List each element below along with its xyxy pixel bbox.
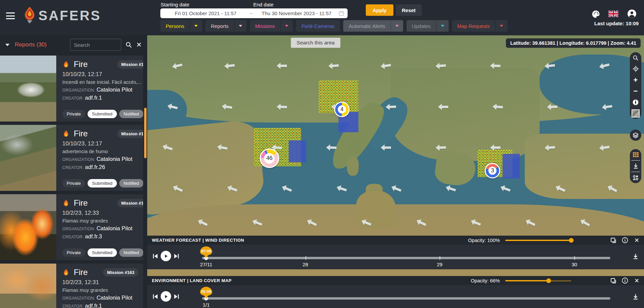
duplicate-layer-icon[interactable] <box>610 278 616 284</box>
sidebar-scrollbar[interactable] <box>144 108 147 158</box>
download-icon[interactable] <box>633 294 639 300</box>
chevron-down-icon[interactable] <box>441 25 444 27</box>
opacity-label: Opacity: 66% <box>471 278 500 283</box>
map-canvas[interactable]: 4463 Search this area Latitude: 39.66138… <box>147 35 644 308</box>
filter-button-updates[interactable]: Updates <box>407 20 449 32</box>
wind-arrow-icon <box>277 63 287 70</box>
filter-label: Field-Cameras <box>296 20 340 32</box>
chevron-down-icon[interactable] <box>194 25 198 27</box>
organization-label: ORGANIZATION: <box>62 296 95 301</box>
date-range-input[interactable]: Fri 01 October 2021 - 11:57 ~ Thu 30 Nov… <box>160 8 348 18</box>
timeline-slider[interactable]: 01:00 1/1 <box>202 297 610 300</box>
playback-controls <box>152 251 180 261</box>
organization-value: Catalonia Pilot <box>97 87 132 93</box>
wind-arrow-icon <box>599 144 610 153</box>
report-cluster-marker[interactable]: 3 <box>485 163 500 178</box>
legend-shapes-icon[interactable] <box>630 172 641 183</box>
play-icon[interactable] <box>161 291 171 302</box>
zoom-in-icon[interactable]: + <box>630 74 641 85</box>
theme-palette-icon[interactable] <box>591 10 600 20</box>
playback-controls <box>152 291 180 302</box>
filter-button-automatic-alerts[interactable]: Automatic Alerts <box>343 20 403 32</box>
status-badge: Submitted <box>88 179 117 187</box>
menu-icon[interactable] <box>6 12 15 19</box>
report-card[interactable]: Fire Mission #163 10/2/23, 12:31 Flamas … <box>0 264 143 308</box>
organization-value: Catalonia Pilot <box>97 225 132 231</box>
map-land <box>525 134 644 199</box>
reset-button[interactable]: Reset <box>396 4 422 16</box>
creator-value: adf.fr.1 <box>85 303 102 308</box>
start-date-value[interactable]: Fri 01 October 2021 - 11:57 <box>164 10 248 16</box>
collapse-chevron-icon[interactable] <box>5 44 9 46</box>
search-this-area-button[interactable]: Search this area <box>291 38 341 48</box>
report-cluster-marker[interactable]: 4 <box>334 102 350 117</box>
opacity-label: Opacity: 100% <box>468 238 500 243</box>
filter-button-map-requests[interactable]: Map Requests <box>452 20 508 32</box>
sidebar-header: Reports (30) ✕ <box>0 35 147 54</box>
wind-arrow-icon <box>492 103 503 111</box>
download-icon[interactable] <box>630 161 641 172</box>
chevron-down-icon[interactable] <box>239 25 242 27</box>
apply-button[interactable]: Apply <box>366 4 393 16</box>
chevron-down-icon[interactable] <box>285 25 288 27</box>
fire-icon <box>62 129 70 138</box>
end-date-value[interactable]: Thu 30 November 2023 - 11:57 <box>255 10 339 16</box>
organization-label: ORGANIZATION: <box>62 227 95 231</box>
info-icon[interactable] <box>622 277 628 284</box>
opacity-slider[interactable] <box>505 278 571 283</box>
time-marker[interactable]: 07:00 <box>200 246 212 255</box>
report-card[interactable]: Fire Mission #165 10/10/23, 12:17 advert… <box>0 125 143 191</box>
wind-arrow-icon <box>221 103 233 112</box>
report-type: Fire <box>74 129 88 138</box>
last-update-text: Last update: 10:09 <box>594 21 639 26</box>
report-card[interactable]: Fire Mission #165 10/10/23, 12:17 Incend… <box>0 56 143 122</box>
filter-button-reports[interactable]: Reports <box>205 20 247 32</box>
info-icon[interactable] <box>622 237 628 243</box>
language-flag-icon[interactable] <box>608 10 618 19</box>
zoom-out-icon[interactable]: − <box>630 85 641 97</box>
account-icon[interactable] <box>627 9 637 20</box>
time-marker[interactable]: 01:00 <box>200 287 212 296</box>
close-icon[interactable]: ✕ <box>135 41 143 49</box>
timeline-slider[interactable]: 07:00 27/11282930 <box>202 257 610 259</box>
data-table-icon[interactable] <box>630 149 641 160</box>
skip-previous-icon[interactable] <box>152 293 159 300</box>
chevron-down-icon[interactable] <box>395 25 399 27</box>
filter-button-field-cameras[interactable]: Field-Cameras <box>296 20 340 32</box>
search-input[interactable] <box>70 39 121 51</box>
close-icon[interactable]: ✕ <box>634 237 639 243</box>
divider <box>190 20 190 32</box>
map-search-icon[interactable] <box>630 52 641 63</box>
flame-logo-icon <box>22 6 37 25</box>
map-land <box>349 139 359 153</box>
download-icon[interactable] <box>633 253 639 260</box>
layers-icon[interactable] <box>630 130 641 141</box>
locate-me-icon[interactable] <box>630 63 641 74</box>
skip-next-icon[interactable] <box>173 253 180 260</box>
filter-label: Reports <box>205 20 234 32</box>
mission-badge: Mission #163 <box>103 268 138 277</box>
calendar-icon[interactable] <box>339 10 344 16</box>
search-icon[interactable] <box>125 41 132 48</box>
compass-icon[interactable] <box>630 97 641 108</box>
report-description: advertencia de humo <box>62 149 143 154</box>
panel-header: WEATHER FORECAST | WIND DIRECTION Opacit… <box>147 236 644 245</box>
play-icon[interactable] <box>161 251 171 261</box>
filter-button-missions[interactable]: Missions <box>250 20 293 32</box>
duplicate-layer-icon[interactable] <box>610 237 616 243</box>
panel-title: ENVIRONMENT | LAND COVER MAP <box>152 278 232 283</box>
report-cluster-marker[interactable]: 46 <box>260 148 279 168</box>
timeline-tick <box>574 256 575 260</box>
filter-button-persons[interactable]: Persons <box>160 20 202 32</box>
basemap-switcher-icon[interactable] <box>630 108 641 119</box>
chevron-down-icon[interactable] <box>500 25 503 27</box>
timeline-tick-label: 27/11 <box>200 262 212 267</box>
close-icon[interactable]: ✕ <box>634 278 639 284</box>
organization-value: Catalonia Pilot <box>97 295 132 301</box>
status-badge: Notified <box>119 110 143 118</box>
report-card[interactable]: Fire Mission #163 10/2/23, 12:33 Flamas … <box>0 194 143 260</box>
opacity-slider[interactable] <box>505 238 571 243</box>
creator-value: adf.fr.26 <box>85 164 105 170</box>
skip-previous-icon[interactable] <box>152 253 159 260</box>
skip-next-icon[interactable] <box>173 293 180 300</box>
